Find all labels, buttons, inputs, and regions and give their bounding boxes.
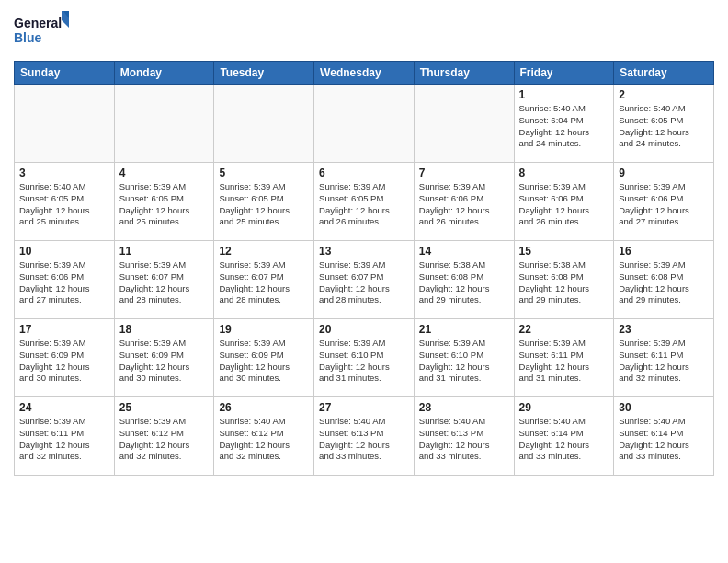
calendar-cell: 23Sunrise: 5:39 AMSunset: 6:11 PMDayligh… (614, 319, 714, 397)
svg-text:Blue: Blue (14, 30, 42, 45)
day-info: Sunrise: 5:39 AMSunset: 6:10 PMDaylight:… (419, 338, 509, 385)
day-info: Sunrise: 5:39 AMSunset: 6:07 PMDaylight:… (119, 259, 210, 306)
day-number: 19 (219, 323, 309, 336)
calendar-week-row: 10Sunrise: 5:39 AMSunset: 6:06 PMDayligh… (15, 241, 714, 319)
day-number: 9 (619, 167, 709, 179)
day-number: 8 (519, 167, 609, 179)
day-info: Sunrise: 5:39 AMSunset: 6:07 PMDaylight:… (219, 259, 309, 306)
calendar-cell: 25Sunrise: 5:39 AMSunset: 6:12 PMDayligh… (114, 397, 214, 476)
day-number: 10 (19, 245, 109, 258)
day-number: 5 (219, 167, 309, 179)
calendar-cell (314, 85, 415, 163)
day-number: 20 (319, 323, 409, 336)
calendar-cell: 15Sunrise: 5:38 AMSunset: 6:08 PMDayligh… (514, 241, 614, 319)
day-info: Sunrise: 5:39 AMSunset: 6:09 PMDaylight:… (219, 338, 309, 385)
header: General Blue (14, 9, 714, 53)
calendar-cell: 7Sunrise: 5:39 AMSunset: 6:06 PMDaylight… (414, 163, 514, 241)
day-info: Sunrise: 5:39 AMSunset: 6:09 PMDaylight:… (119, 338, 210, 385)
calendar-cell: 19Sunrise: 5:39 AMSunset: 6:09 PMDayligh… (214, 319, 314, 397)
day-info: Sunrise: 5:39 AMSunset: 6:07 PMDaylight:… (319, 259, 409, 306)
calendar-cell: 10Sunrise: 5:39 AMSunset: 6:06 PMDayligh… (15, 241, 115, 319)
day-number: 27 (319, 401, 409, 414)
day-number: 7 (419, 167, 509, 179)
svg-text:General: General (14, 16, 62, 30)
day-info: Sunrise: 5:39 AMSunset: 6:11 PMDaylight:… (19, 416, 109, 463)
day-info: Sunrise: 5:40 AMSunset: 6:14 PMDaylight:… (619, 416, 709, 463)
calendar-cell: 18Sunrise: 5:39 AMSunset: 6:09 PMDayligh… (114, 319, 214, 397)
calendar-cell: 14Sunrise: 5:38 AMSunset: 6:08 PMDayligh… (414, 241, 514, 319)
calendar-cell: 11Sunrise: 5:39 AMSunset: 6:07 PMDayligh… (114, 241, 214, 319)
calendar-cell: 27Sunrise: 5:40 AMSunset: 6:13 PMDayligh… (314, 397, 415, 476)
weekday-header-row: SundayMondayTuesdayWednesdayThursdayFrid… (15, 62, 714, 85)
day-info: Sunrise: 5:39 AMSunset: 6:10 PMDaylight:… (319, 338, 409, 385)
day-number: 26 (219, 401, 309, 414)
calendar-cell: 21Sunrise: 5:39 AMSunset: 6:10 PMDayligh… (414, 319, 514, 397)
calendar-cell: 20Sunrise: 5:39 AMSunset: 6:10 PMDayligh… (314, 319, 415, 397)
day-info: Sunrise: 5:40 AMSunset: 6:05 PMDaylight:… (619, 103, 709, 150)
calendar-cell: 9Sunrise: 5:39 AMSunset: 6:06 PMDaylight… (614, 163, 714, 241)
calendar-cell: 6Sunrise: 5:39 AMSunset: 6:05 PMDaylight… (314, 163, 415, 241)
calendar-cell: 5Sunrise: 5:39 AMSunset: 6:05 PMDaylight… (214, 163, 314, 241)
day-info: Sunrise: 5:39 AMSunset: 6:08 PMDaylight:… (619, 259, 709, 306)
day-number: 2 (619, 88, 709, 101)
day-info: Sunrise: 5:39 AMSunset: 6:06 PMDaylight:… (419, 181, 509, 228)
weekday-header: Wednesday (314, 62, 415, 85)
day-number: 13 (319, 245, 409, 258)
day-number: 14 (419, 245, 509, 258)
day-number: 12 (219, 245, 309, 258)
day-number: 11 (119, 245, 210, 258)
logo-svg: General Blue (14, 9, 69, 53)
day-number: 28 (419, 401, 509, 414)
weekday-header: Monday (114, 62, 214, 85)
day-info: Sunrise: 5:39 AMSunset: 6:05 PMDaylight:… (219, 181, 309, 228)
calendar-cell: 28Sunrise: 5:40 AMSunset: 6:13 PMDayligh… (414, 397, 514, 476)
day-number: 25 (119, 401, 210, 414)
day-number: 23 (619, 323, 709, 336)
day-info: Sunrise: 5:40 AMSunset: 6:12 PMDaylight:… (219, 416, 309, 463)
calendar-cell: 30Sunrise: 5:40 AMSunset: 6:14 PMDayligh… (614, 397, 714, 476)
calendar-cell (214, 85, 314, 163)
day-number: 22 (519, 323, 609, 336)
weekday-header: Thursday (414, 62, 514, 85)
weekday-header: Saturday (614, 62, 714, 85)
day-info: Sunrise: 5:39 AMSunset: 6:11 PMDaylight:… (619, 338, 709, 385)
calendar-cell: 24Sunrise: 5:39 AMSunset: 6:11 PMDayligh… (15, 397, 115, 476)
calendar-cell: 4Sunrise: 5:39 AMSunset: 6:05 PMDaylight… (114, 163, 214, 241)
calendar-cell: 8Sunrise: 5:39 AMSunset: 6:06 PMDaylight… (514, 163, 614, 241)
day-info: Sunrise: 5:39 AMSunset: 6:06 PMDaylight:… (619, 181, 709, 228)
day-info: Sunrise: 5:40 AMSunset: 6:14 PMDaylight:… (519, 416, 609, 463)
calendar-cell: 1Sunrise: 5:40 AMSunset: 6:04 PMDaylight… (514, 85, 614, 163)
day-info: Sunrise: 5:39 AMSunset: 6:05 PMDaylight:… (119, 181, 210, 228)
day-number: 30 (619, 401, 709, 414)
calendar-table: SundayMondayTuesdayWednesdayThursdayFrid… (14, 61, 714, 476)
calendar-cell: 2Sunrise: 5:40 AMSunset: 6:05 PMDaylight… (614, 85, 714, 163)
day-info: Sunrise: 5:38 AMSunset: 6:08 PMDaylight:… (419, 259, 509, 306)
day-info: Sunrise: 5:39 AMSunset: 6:06 PMDaylight:… (19, 259, 109, 306)
calendar-week-row: 3Sunrise: 5:40 AMSunset: 6:05 PMDaylight… (15, 163, 714, 241)
day-info: Sunrise: 5:39 AMSunset: 6:09 PMDaylight:… (19, 338, 109, 385)
weekday-header: Sunday (15, 62, 115, 85)
calendar-cell: 26Sunrise: 5:40 AMSunset: 6:12 PMDayligh… (214, 397, 314, 476)
day-info: Sunrise: 5:40 AMSunset: 6:13 PMDaylight:… (419, 416, 509, 463)
weekday-header: Friday (514, 62, 614, 85)
calendar-cell: 29Sunrise: 5:40 AMSunset: 6:14 PMDayligh… (514, 397, 614, 476)
day-info: Sunrise: 5:38 AMSunset: 6:08 PMDaylight:… (519, 259, 609, 306)
day-number: 6 (319, 167, 409, 179)
page: General Blue SundayMondayTuesdayWednesda… (0, 0, 728, 485)
day-number: 21 (419, 323, 509, 336)
day-number: 18 (119, 323, 210, 336)
calendar-cell (15, 85, 115, 163)
day-info: Sunrise: 5:39 AMSunset: 6:06 PMDaylight:… (519, 181, 609, 228)
calendar-cell: 22Sunrise: 5:39 AMSunset: 6:11 PMDayligh… (514, 319, 614, 397)
day-number: 17 (19, 323, 109, 336)
day-number: 29 (519, 401, 609, 414)
day-number: 16 (619, 245, 709, 258)
calendar-cell: 3Sunrise: 5:40 AMSunset: 6:05 PMDaylight… (15, 163, 115, 241)
day-info: Sunrise: 5:40 AMSunset: 6:05 PMDaylight:… (19, 181, 109, 228)
calendar-week-row: 1Sunrise: 5:40 AMSunset: 6:04 PMDaylight… (15, 85, 714, 163)
calendar-cell: 16Sunrise: 5:39 AMSunset: 6:08 PMDayligh… (614, 241, 714, 319)
day-number: 15 (519, 245, 609, 258)
calendar-cell: 17Sunrise: 5:39 AMSunset: 6:09 PMDayligh… (15, 319, 115, 397)
day-info: Sunrise: 5:39 AMSunset: 6:11 PMDaylight:… (519, 338, 609, 385)
calendar-week-row: 17Sunrise: 5:39 AMSunset: 6:09 PMDayligh… (15, 319, 714, 397)
